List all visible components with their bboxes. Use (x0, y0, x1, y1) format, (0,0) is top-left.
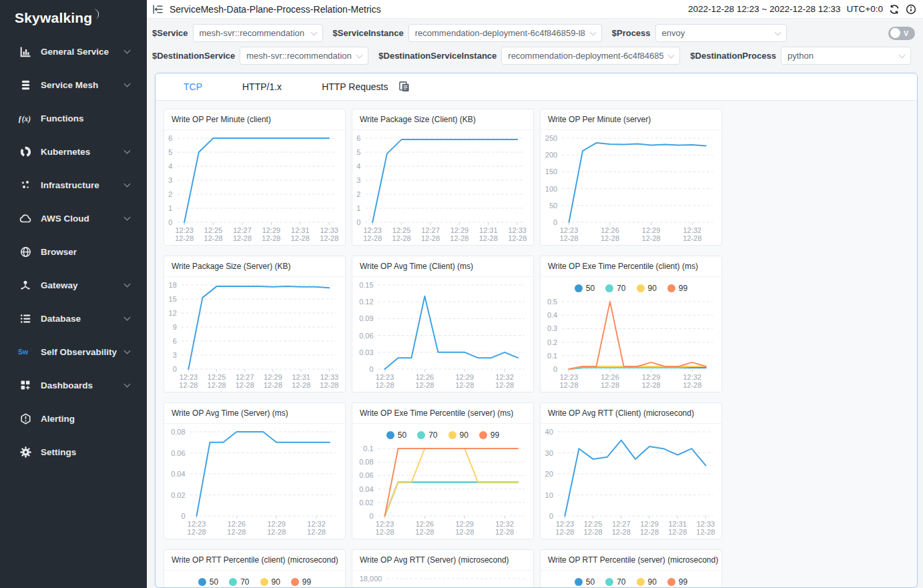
sidebar-item-infrastructure[interactable]: Infrastructure (0, 168, 147, 202)
svg-text:12:32: 12:32 (683, 373, 701, 381)
legend-item-70[interactable]: 70 (229, 577, 249, 587)
line-chart[interactable]: 00.10.20.30.40.512:2312-2812:2612-2812:2… (541, 297, 721, 392)
legend-item-90[interactable]: 90 (637, 577, 657, 587)
svg-text:12:26: 12:26 (416, 373, 434, 381)
svg-text:12-28: 12-28 (696, 528, 715, 536)
legend-item-50[interactable]: 50 (575, 577, 595, 587)
sidebar-item-alerting[interactable]: Alerting (0, 402, 147, 435)
legend-item-70[interactable]: 70 (605, 284, 625, 293)
sidebar-item-dashboards[interactable]: Dashboards (0, 368, 147, 402)
legend-item-70[interactable]: 70 (417, 430, 437, 440)
line-chart[interactable]: 00.020.040.060.080.112:2312-2812:2612-28… (352, 444, 533, 539)
svg-text:12:27: 12:27 (612, 520, 631, 528)
filter-select-destinationprocess[interactable]: python (781, 47, 911, 65)
filter-label: $Process (612, 28, 651, 38)
svg-text:0.1: 0.1 (363, 445, 373, 453)
svg-text:12:23: 12:23 (556, 520, 575, 528)
legend-item-99[interactable]: 99 (667, 577, 687, 587)
chart-title: Write OP Per Minute (client) (164, 109, 345, 130)
legend-item-70[interactable]: 70 (605, 577, 625, 587)
timezone-label: UTC+0:0 (847, 4, 883, 14)
sidebar-item-label: General Service (41, 47, 125, 57)
svg-text:12:29: 12:29 (642, 226, 661, 234)
chart-card-write-package-size-server-kb: Write Package Size (Server) (KB)03691215… (164, 256, 346, 392)
layers-icon (18, 79, 33, 91)
legend-item-50[interactable]: 50 (575, 284, 595, 293)
filter-select-destinationservice[interactable]: mesh-svr::recommendation (240, 47, 368, 65)
svg-text:6: 6 (356, 134, 360, 142)
svg-text:0.2: 0.2 (547, 338, 557, 346)
svg-text:12:23: 12:23 (560, 373, 579, 381)
filter-select-service[interactable]: mesh-svr::recommendation (193, 24, 323, 42)
legend-item-99[interactable]: 99 (479, 430, 499, 440)
svg-text:12:29: 12:29 (267, 520, 286, 528)
filter-label: $DestinationProcess (690, 51, 776, 61)
sidebar-item-browser[interactable]: Browser (0, 235, 147, 268)
sidebar-item-settings[interactable]: Settings (0, 435, 147, 469)
line-chart[interactable]: 036912151812:2312-2812:2512-2812:2712-28… (164, 277, 345, 392)
legend-item-50[interactable]: 50 (386, 430, 406, 440)
filter-value: envoy (662, 28, 770, 38)
legend-item-90[interactable]: 90 (637, 284, 657, 293)
tab-tcp[interactable]: TCP (184, 81, 202, 92)
svg-text:12:23: 12:23 (180, 373, 198, 381)
svg-text:5: 5 (168, 148, 172, 156)
sidebar-item-database[interactable]: Database (0, 302, 147, 335)
line-chart[interactable]: 03,0006,0009,00012,00015,00018,00012:231… (352, 571, 533, 588)
svg-text:12:29: 12:29 (262, 226, 281, 234)
filter-select-destinationserviceinstance[interactable]: recommendation-deployment-6c4f846859-l8r… (501, 47, 680, 65)
legend-item-50[interactable]: 50 (198, 577, 218, 587)
svg-text:12-28: 12-28 (601, 234, 619, 242)
sidebar-collapse-icon[interactable] (152, 4, 164, 15)
tab-http-1-x[interactable]: HTTP/1.x (242, 81, 282, 92)
legend-item-90[interactable]: 90 (260, 577, 280, 587)
filter-select-serviceinstance[interactable]: recommendation-deployment-6c4f846859-l8r… (408, 24, 602, 42)
refresh-icon[interactable] (889, 4, 900, 15)
sidebar: Skywalking General ServiceService Meshƒ(… (0, 0, 147, 588)
legend-item-99[interactable]: 99 (291, 577, 311, 587)
sidebar-item-self-observability[interactable]: SwSelf Observability (0, 335, 147, 368)
line-chart[interactable]: 01020304012:2312-2812:2512-2812:2712-281… (541, 424, 721, 539)
line-chart[interactable]: 05010015020025012:2312-2812:2612-2812:29… (541, 130, 721, 245)
tab-http-requests[interactable]: HTTP Requests (322, 81, 388, 92)
sidebar-item-kubernetes[interactable]: Kubernetes (0, 135, 147, 168)
svg-text:12-28: 12-28 (233, 234, 252, 242)
svg-text:12-28: 12-28 (479, 234, 498, 242)
svg-text:0.5: 0.5 (547, 298, 557, 306)
time-range[interactable]: 2022-12-28 12:23 ~ 2022-12-28 12:33 (688, 4, 841, 14)
svg-text:12:27: 12:27 (233, 226, 252, 234)
svg-text:12-28: 12-28 (267, 528, 286, 536)
info-icon[interactable] (906, 4, 916, 15)
sidebar-item-functions[interactable]: ƒ(x)Functions (0, 101, 147, 135)
svg-text:12:32: 12:32 (683, 226, 701, 234)
skywalking-logo[interactable]: Skywalking (0, 0, 147, 26)
line-chart[interactable]: 012345612:2312-2812:2512-2812:2712-2812:… (164, 130, 345, 245)
chart-title: Write OP RTT Percentile (server) (micros… (541, 550, 721, 571)
sidebar-item-aws-cloud[interactable]: AWS Cloud (0, 202, 147, 235)
svg-text:12:23: 12:23 (560, 226, 579, 234)
dashboards-icon (18, 380, 33, 390)
line-chart[interactable]: 012345612:2312-2812:2512-2812:2712-2812:… (352, 130, 533, 245)
sidebar-item-general-service[interactable]: General Service (0, 35, 147, 68)
sidebar-nav: General ServiceService Meshƒ(x)Functions… (0, 26, 147, 469)
chevron-down-icon (774, 29, 781, 36)
svg-text:12-28: 12-28 (292, 381, 310, 389)
sidebar-item-gateway[interactable]: Gateway (0, 268, 147, 302)
line-chart[interactable]: 00.030.060.090.120.1512:2312-2812:2612-2… (352, 277, 533, 392)
legend-item-90[interactable]: 90 (448, 430, 469, 440)
copy-icon[interactable] (398, 81, 410, 93)
svg-text:1: 1 (168, 204, 172, 212)
svg-text:3: 3 (356, 176, 360, 184)
toggle-label: V (904, 29, 908, 37)
sidebar-item-service-mesh[interactable]: Service Mesh (0, 68, 147, 101)
svg-text:12-28: 12-28 (175, 234, 194, 242)
line-chart[interactable]: 00.020.040.060.0812:2312-2812:2612-2812:… (164, 424, 345, 539)
filter-select-process[interactable]: envoy (655, 24, 787, 42)
variables-toggle[interactable]: V (888, 27, 915, 40)
legend-item-99[interactable]: 99 (667, 284, 687, 293)
svg-text:0.04: 0.04 (359, 485, 373, 493)
filter-value: mesh-svr::recommendation (200, 28, 306, 38)
svg-text:12:29: 12:29 (640, 520, 659, 528)
svg-text:18,000: 18,000 (360, 575, 382, 583)
svg-text:12-28: 12-28 (642, 381, 661, 389)
